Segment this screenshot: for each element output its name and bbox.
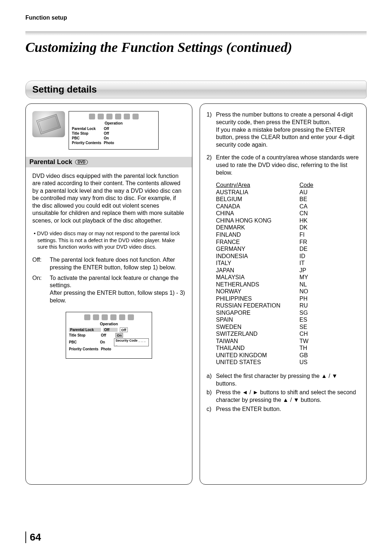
osd-row: PBC On Security Code _ _ _ _ — [69, 338, 149, 346]
divider-gradient — [25, 31, 367, 36]
table-row: SPAINES — [216, 316, 360, 323]
country-code: US — [299, 359, 321, 366]
country-name: JAPAN — [216, 267, 299, 274]
table-row: GERMANYDE — [216, 245, 360, 253]
substep-label: c) — [207, 406, 216, 413]
option-on-text: To activate the parental lock feature or… — [50, 274, 185, 305]
country-code: CH — [299, 330, 321, 338]
osd-row-value: Off — [101, 333, 113, 337]
page-number: 64 — [25, 531, 41, 543]
osd-panel-bottom: Operation Parental Lock Off Off Title St… — [66, 312, 152, 359]
col-country: Country/Area — [216, 182, 299, 189]
country-name: BELGIUM — [216, 196, 299, 203]
osd-tab-icons — [69, 314, 149, 320]
osd-row: Parental Lock Off Off — [69, 327, 149, 332]
country-code: IT — [299, 260, 321, 267]
country-code: ES — [299, 316, 321, 323]
table-row: TAIWANTW — [216, 338, 360, 345]
step-number: 1) — [207, 111, 216, 149]
manual-page: Function setup Customizing the Function … — [0, 0, 392, 554]
dvd-badge-icon: DVD — [75, 160, 88, 164]
country-code: TH — [299, 345, 321, 352]
country-code-table: Country/Area Code AUSTRALIAAUBELGIUMBECA… — [216, 182, 360, 366]
osd-row: Title StopOff — [72, 131, 155, 135]
osd-row: Priority Contents Photo — [69, 347, 149, 351]
table-row: UNITED KINGDOMGB — [216, 352, 360, 359]
osd-row: Priority ContentsPhoto — [72, 141, 155, 145]
country-code: FR — [299, 239, 321, 246]
osd-row-value: On — [100, 340, 112, 344]
option-on-label: On: — [32, 274, 50, 305]
page-title-text: Customizing the Function Settings (conti… — [25, 40, 292, 55]
osd-tab-icon — [132, 114, 139, 119]
osd-row: Parental LockOff — [72, 127, 155, 131]
substep-text: Select the first character by pressing t… — [216, 372, 360, 388]
right-column: 1) Press the number buttons to create a … — [200, 103, 367, 485]
sub-header-text: Parental Lock — [29, 158, 72, 166]
table-row: DENMARKDK — [216, 224, 360, 231]
page-title: Customizing the Function Settings (conti… — [25, 39, 367, 55]
country-name: AUSTRALIA — [216, 189, 299, 196]
country-name: ITALY — [216, 260, 299, 267]
osd-option-on: On — [115, 333, 123, 338]
country-code: NO — [299, 288, 321, 295]
osd-tab-icon — [110, 314, 117, 320]
country-code: TW — [299, 338, 321, 345]
country-code: FI — [299, 231, 321, 239]
country-name: UNITED KINGDOM — [216, 352, 299, 359]
osd-security-code: Security Code _ _ _ _ — [114, 338, 149, 346]
table-row: FRANCEFR — [216, 239, 360, 246]
country-name: SINGAPORE — [216, 309, 299, 317]
country-name: MALAYSIA — [216, 274, 299, 281]
osd-tab-icon — [98, 114, 104, 119]
substep-text: Press the ◄ / ► buttons to shift and sel… — [216, 389, 360, 404]
country-name: SPAIN — [216, 316, 299, 323]
osd-tab-icon — [89, 114, 95, 119]
osd-row: Title Stop Off On — [69, 333, 149, 338]
osd-row-value: Off — [104, 131, 116, 135]
substep-a: a) Select the first character by pressin… — [207, 372, 360, 388]
osd-row-value: Photo — [101, 347, 113, 351]
table-row: MALAYSIAMY — [216, 274, 360, 281]
osd-tab-icon — [124, 114, 130, 119]
country-code: CN — [299, 210, 321, 217]
osd-row-label: Priority Contents — [69, 347, 99, 351]
content-columns: Operation Parental LockOff Title StopOff… — [25, 103, 367, 485]
table-row: UNITED STATESUS — [216, 359, 360, 366]
country-name: UNITED STATES — [216, 359, 299, 366]
country-code: CA — [299, 203, 321, 210]
substep-text: Press the ENTER button. — [216, 406, 281, 413]
osd-panel-top: Operation Parental LockOff Title StopOff… — [69, 111, 159, 150]
country-code: AU — [299, 189, 321, 196]
table-row: NETHERLANDSNL — [216, 281, 360, 288]
osd-row: PBCOn — [72, 136, 155, 140]
table-row: JAPANJP — [216, 267, 360, 274]
table-row: NORWAYNO — [216, 288, 360, 295]
country-name: INDONESIA — [216, 253, 299, 260]
table-row: BELGIUMBE — [216, 196, 360, 203]
section-header: Setting details — [25, 81, 367, 98]
country-name: CHINA HONG KONG — [216, 217, 299, 224]
osd-heading: Operation — [69, 322, 149, 326]
osd-rows: Parental LockOff Title StopOff PBCOn Pri… — [72, 127, 155, 145]
parental-intro: DVD video discs equipped with the parent… — [32, 172, 185, 224]
osd-row-label: Title Stop — [69, 333, 99, 337]
country-code: RU — [299, 302, 321, 309]
osd-row-label: Title Stop — [72, 131, 102, 135]
country-code: SG — [299, 309, 321, 317]
table-row: AUSTRALIAAU — [216, 189, 360, 196]
country-code: DE — [299, 245, 321, 253]
option-off-text: The parental lock feature does not funct… — [50, 256, 185, 272]
table-row: SWITZERLANDCH — [216, 330, 360, 338]
country-code: BE — [299, 196, 321, 203]
osd-row-value: Off — [103, 328, 118, 332]
table-row: CHINACN — [216, 210, 360, 217]
country-code: GB — [299, 352, 321, 359]
step-2: 2) Enter the code of a country/area whos… — [207, 154, 360, 176]
country-name: SWITZERLAND — [216, 330, 299, 338]
osd-preview-row: Operation Parental LockOff Title StopOff… — [32, 111, 185, 150]
step-1: 1) Press the number buttons to create a … — [207, 111, 360, 149]
table-row: RUSSIAN FEDERATIONRU — [216, 302, 360, 309]
country-name: THAILAND — [216, 345, 299, 352]
table-row: SINGAPORESG — [216, 309, 360, 317]
